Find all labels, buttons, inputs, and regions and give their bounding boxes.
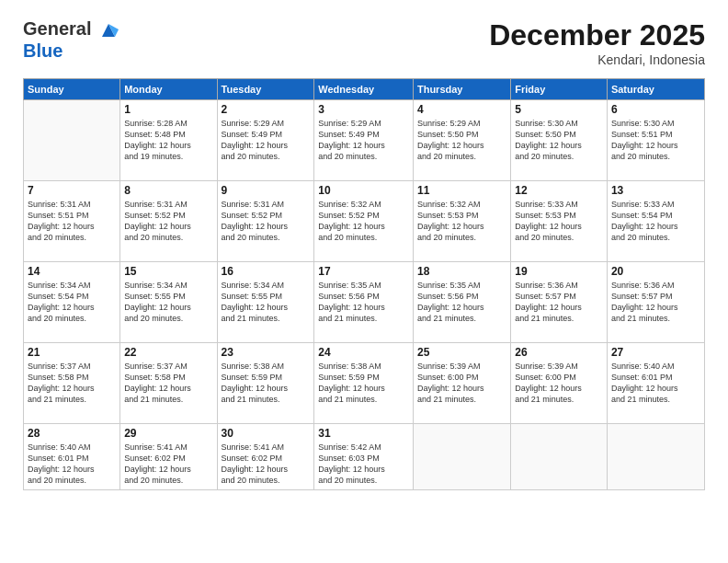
day-number: 6 xyxy=(611,103,700,116)
day-info: Sunrise: 5:38 AM Sunset: 5:59 PM Dayligh… xyxy=(318,361,409,406)
calendar-cell: 22Sunrise: 5:37 AM Sunset: 5:58 PM Dayli… xyxy=(120,343,217,424)
day-number: 9 xyxy=(222,184,311,197)
calendar-week-row: 21Sunrise: 5:37 AM Sunset: 5:58 PM Dayli… xyxy=(24,343,705,424)
calendar-body: 1Sunrise: 5:28 AM Sunset: 5:48 PM Daylig… xyxy=(24,100,705,490)
weekday-row: SundayMondayTuesdayWednesdayThursdayFrid… xyxy=(24,79,705,100)
calendar-cell: 5Sunrise: 5:30 AM Sunset: 5:50 PM Daylig… xyxy=(511,100,608,181)
day-number: 4 xyxy=(417,103,506,116)
day-info: Sunrise: 5:33 AM Sunset: 5:54 PM Dayligh… xyxy=(611,199,700,244)
calendar-cell: 19Sunrise: 5:36 AM Sunset: 5:57 PM Dayli… xyxy=(511,262,608,343)
day-info: Sunrise: 5:35 AM Sunset: 5:56 PM Dayligh… xyxy=(417,280,506,325)
day-number: 27 xyxy=(611,346,700,359)
day-number: 28 xyxy=(28,427,116,440)
calendar-cell xyxy=(511,424,608,490)
day-number: 13 xyxy=(611,184,700,197)
day-number: 31 xyxy=(318,427,409,440)
calendar-cell: 8Sunrise: 5:31 AM Sunset: 5:52 PM Daylig… xyxy=(120,181,217,262)
day-info: Sunrise: 5:38 AM Sunset: 5:59 PM Dayligh… xyxy=(222,361,311,406)
calendar-week-row: 14Sunrise: 5:34 AM Sunset: 5:54 PM Dayli… xyxy=(24,262,705,343)
weekday-header: Wednesday xyxy=(314,79,414,100)
day-number: 5 xyxy=(515,103,603,116)
weekday-header: Monday xyxy=(120,79,217,100)
day-info: Sunrise: 5:30 AM Sunset: 5:50 PM Dayligh… xyxy=(515,118,603,163)
day-info: Sunrise: 5:34 AM Sunset: 5:55 PM Dayligh… xyxy=(222,280,311,325)
day-number: 29 xyxy=(124,427,212,440)
logo-icon xyxy=(98,20,119,40)
day-info: Sunrise: 5:31 AM Sunset: 5:52 PM Dayligh… xyxy=(222,199,311,244)
calendar-cell: 16Sunrise: 5:34 AM Sunset: 5:55 PM Dayli… xyxy=(217,262,314,343)
day-info: Sunrise: 5:29 AM Sunset: 5:49 PM Dayligh… xyxy=(222,118,311,163)
calendar-cell: 29Sunrise: 5:41 AM Sunset: 6:02 PM Dayli… xyxy=(120,424,217,490)
day-info: Sunrise: 5:29 AM Sunset: 5:49 PM Dayligh… xyxy=(318,118,409,163)
calendar-cell: 26Sunrise: 5:39 AM Sunset: 6:00 PM Dayli… xyxy=(511,343,608,424)
day-info: Sunrise: 5:36 AM Sunset: 5:57 PM Dayligh… xyxy=(515,280,603,325)
calendar-cell: 6Sunrise: 5:30 AM Sunset: 5:51 PM Daylig… xyxy=(607,100,704,181)
calendar-cell: 2Sunrise: 5:29 AM Sunset: 5:49 PM Daylig… xyxy=(217,100,314,181)
day-info: Sunrise: 5:40 AM Sunset: 6:01 PM Dayligh… xyxy=(611,361,700,406)
calendar-cell: 9Sunrise: 5:31 AM Sunset: 5:52 PM Daylig… xyxy=(217,181,314,262)
calendar-cell: 12Sunrise: 5:33 AM Sunset: 5:53 PM Dayli… xyxy=(511,181,608,262)
weekday-header: Friday xyxy=(511,79,608,100)
logo-text-general: General xyxy=(23,18,91,39)
calendar-cell: 23Sunrise: 5:38 AM Sunset: 5:59 PM Dayli… xyxy=(217,343,314,424)
day-number: 11 xyxy=(417,184,506,197)
calendar-header: SundayMondayTuesdayWednesdayThursdayFrid… xyxy=(24,79,705,100)
calendar-cell: 21Sunrise: 5:37 AM Sunset: 5:58 PM Dayli… xyxy=(24,343,120,424)
calendar-cell: 10Sunrise: 5:32 AM Sunset: 5:52 PM Dayli… xyxy=(314,181,414,262)
day-number: 17 xyxy=(318,265,409,278)
day-info: Sunrise: 5:34 AM Sunset: 5:54 PM Dayligh… xyxy=(28,280,116,325)
calendar-cell: 25Sunrise: 5:39 AM Sunset: 6:00 PM Dayli… xyxy=(413,343,510,424)
calendar-cell: 7Sunrise: 5:31 AM Sunset: 5:51 PM Daylig… xyxy=(24,181,120,262)
calendar-week-row: 1Sunrise: 5:28 AM Sunset: 5:48 PM Daylig… xyxy=(24,100,705,181)
day-info: Sunrise: 5:39 AM Sunset: 6:00 PM Dayligh… xyxy=(417,361,506,406)
day-number: 19 xyxy=(515,265,603,278)
day-number: 18 xyxy=(417,265,506,278)
day-number: 15 xyxy=(124,265,212,278)
day-number: 8 xyxy=(124,184,212,197)
calendar-cell: 20Sunrise: 5:36 AM Sunset: 5:57 PM Dayli… xyxy=(607,262,704,343)
header: General Blue December 2025 Kendari, Indo… xyxy=(23,18,705,67)
day-number: 10 xyxy=(318,184,409,197)
calendar-cell: 3Sunrise: 5:29 AM Sunset: 5:49 PM Daylig… xyxy=(314,100,414,181)
day-info: Sunrise: 5:42 AM Sunset: 6:03 PM Dayligh… xyxy=(318,442,409,487)
calendar-cell: 17Sunrise: 5:35 AM Sunset: 5:56 PM Dayli… xyxy=(314,262,414,343)
day-number: 23 xyxy=(222,346,311,359)
calendar-table: SundayMondayTuesdayWednesdayThursdayFrid… xyxy=(23,78,705,490)
day-number: 7 xyxy=(28,184,116,197)
calendar-page: General Blue December 2025 Kendari, Indo… xyxy=(0,0,728,563)
day-info: Sunrise: 5:28 AM Sunset: 5:48 PM Dayligh… xyxy=(124,118,212,163)
location: Kendari, Indonesia xyxy=(489,52,705,67)
logo-text-blue: Blue xyxy=(23,40,119,61)
day-info: Sunrise: 5:30 AM Sunset: 5:51 PM Dayligh… xyxy=(611,118,700,163)
day-info: Sunrise: 5:31 AM Sunset: 5:51 PM Dayligh… xyxy=(28,199,116,244)
day-number: 14 xyxy=(28,265,116,278)
logo: General Blue xyxy=(23,18,119,61)
day-number: 16 xyxy=(222,265,311,278)
calendar-cell: 24Sunrise: 5:38 AM Sunset: 5:59 PM Dayli… xyxy=(314,343,414,424)
day-number: 22 xyxy=(124,346,212,359)
calendar-cell: 31Sunrise: 5:42 AM Sunset: 6:03 PM Dayli… xyxy=(314,424,414,490)
day-info: Sunrise: 5:32 AM Sunset: 5:53 PM Dayligh… xyxy=(417,199,506,244)
calendar-cell: 18Sunrise: 5:35 AM Sunset: 5:56 PM Dayli… xyxy=(413,262,510,343)
calendar-cell: 13Sunrise: 5:33 AM Sunset: 5:54 PM Dayli… xyxy=(607,181,704,262)
calendar-week-row: 7Sunrise: 5:31 AM Sunset: 5:51 PM Daylig… xyxy=(24,181,705,262)
calendar-cell: 11Sunrise: 5:32 AM Sunset: 5:53 PM Dayli… xyxy=(413,181,510,262)
day-info: Sunrise: 5:40 AM Sunset: 6:01 PM Dayligh… xyxy=(28,442,116,487)
calendar-week-row: 28Sunrise: 5:40 AM Sunset: 6:01 PM Dayli… xyxy=(24,424,705,490)
title-block: December 2025 Kendari, Indonesia xyxy=(489,18,705,67)
day-number: 25 xyxy=(417,346,506,359)
day-info: Sunrise: 5:33 AM Sunset: 5:53 PM Dayligh… xyxy=(515,199,603,244)
day-number: 1 xyxy=(124,103,212,116)
day-info: Sunrise: 5:37 AM Sunset: 5:58 PM Dayligh… xyxy=(124,361,212,406)
day-info: Sunrise: 5:31 AM Sunset: 5:52 PM Dayligh… xyxy=(124,199,212,244)
weekday-header: Sunday xyxy=(24,79,120,100)
calendar-cell: 30Sunrise: 5:41 AM Sunset: 6:02 PM Dayli… xyxy=(217,424,314,490)
calendar-cell: 15Sunrise: 5:34 AM Sunset: 5:55 PM Dayli… xyxy=(120,262,217,343)
calendar-cell xyxy=(24,100,120,181)
day-info: Sunrise: 5:36 AM Sunset: 5:57 PM Dayligh… xyxy=(611,280,700,325)
day-info: Sunrise: 5:35 AM Sunset: 5:56 PM Dayligh… xyxy=(318,280,409,325)
day-number: 26 xyxy=(515,346,603,359)
day-number: 12 xyxy=(515,184,603,197)
day-number: 20 xyxy=(611,265,700,278)
weekday-header: Saturday xyxy=(607,79,704,100)
